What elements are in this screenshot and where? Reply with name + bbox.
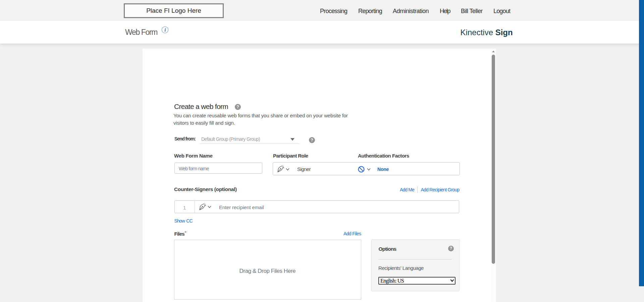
svg-text:i: i bbox=[165, 27, 166, 33]
